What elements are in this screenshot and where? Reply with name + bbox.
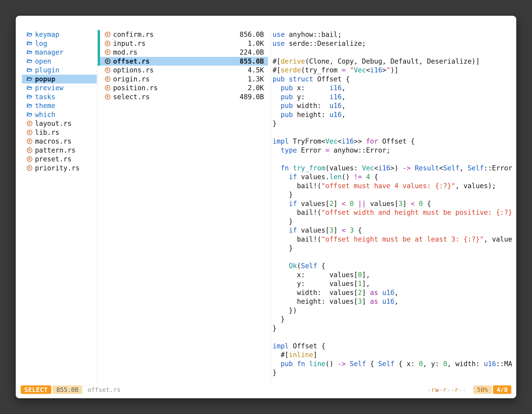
entry-name: origin.rs: [113, 75, 150, 84]
rust-logo-glyph: R: [27, 138, 32, 144]
entry-name: pattern.rs: [35, 146, 76, 155]
code-line: [273, 155, 516, 164]
file-row[interactable]: Roffset.rs855.0B: [100, 57, 268, 66]
entry-name: manager: [35, 48, 63, 57]
current-pane: Rconfirm.rs856.0BRinput.rs1.0KRmod.rs224…: [100, 30, 268, 101]
rust-logo-glyph: R: [105, 32, 110, 37]
scroll-indicator: [98, 30, 100, 66]
rust-file-icon: R: [104, 85, 111, 91]
dir-row[interactable]: manager: [22, 48, 97, 57]
file-row[interactable]: Rselect.rs489.0B: [100, 92, 268, 101]
code-line: pub width: u16,: [273, 101, 516, 110]
permissions: -rw-r--r--: [427, 386, 466, 393]
entry-name: mod.rs: [113, 48, 137, 57]
file-row[interactable]: Rpriority.rs: [22, 164, 97, 173]
file-row[interactable]: Rpattern.rs: [22, 146, 97, 155]
folder-open-icon: [26, 41, 32, 46]
dir-row[interactable]: theme: [22, 101, 97, 110]
folder-open-icon: [26, 68, 32, 73]
code-line: bail!("offset width and height must be p…: [273, 208, 516, 217]
file-row[interactable]: Rmacros.rs: [22, 137, 97, 146]
dir-row[interactable]: open: [22, 57, 97, 66]
rust-logo-glyph: R: [27, 156, 32, 162]
code-line: }: [273, 368, 516, 377]
entry-size: 224.0B: [240, 48, 264, 57]
code-line: x: values[0],: [273, 270, 516, 279]
code-line: [273, 48, 516, 57]
code-line: use anyhow::bail;: [273, 30, 516, 39]
entry-name: select.rs: [113, 92, 150, 101]
parent-pane: keymaplogmanageropenpluginpopuppreviewta…: [22, 30, 97, 173]
file-row[interactable]: Rinput.rs1.0K: [100, 39, 268, 48]
entry-name: offset.rs: [113, 57, 150, 66]
entry-name: priority.rs: [35, 164, 80, 173]
dir-row[interactable]: popup: [22, 75, 97, 84]
code-line: y: values[1],: [273, 279, 516, 288]
dir-row[interactable]: plugin: [22, 66, 97, 75]
folder-open-icon: [26, 77, 32, 81]
pane-separator-right: [270, 30, 271, 382]
file-row[interactable]: Rconfirm.rs856.0B: [100, 30, 268, 39]
code-line: pub struct Offset {: [273, 75, 516, 84]
code-line: #[derive(Clone, Copy, Debug, Default, De…: [273, 57, 516, 66]
entry-name: plugin: [35, 66, 59, 75]
dir-row[interactable]: preview: [22, 83, 97, 92]
dir-row[interactable]: log: [22, 39, 97, 48]
entry-name: layout.rs: [35, 119, 72, 128]
entry-size: 856.0B: [240, 30, 264, 39]
code-line: pub x: i16,: [273, 83, 516, 92]
entry-name: keymap: [35, 30, 59, 39]
entry-name: lib.rs: [35, 128, 59, 137]
entry-size: 855.0B: [240, 57, 264, 66]
entry-name: log: [35, 39, 47, 48]
code-line: if values.len() != 4 {: [273, 173, 516, 182]
dir-row[interactable]: keymap: [22, 30, 97, 39]
entry-size: 1.0K: [248, 39, 264, 48]
entry-name: popup: [35, 75, 55, 84]
code-line: if values[3] < 3 {: [273, 226, 516, 235]
code-line: }): [273, 306, 516, 315]
status-left: SELECT 855.0B offset.rs: [21, 385, 121, 394]
code-line: height: values[3] as u16,: [273, 297, 516, 306]
status-bar: SELECT 855.0B offset.rs -rw-r--r-- 50% 4…: [21, 385, 511, 394]
rust-file-icon: R: [104, 58, 111, 64]
code-line: fn try_from(values: Vec<i16>) -> Result<…: [273, 164, 516, 173]
rust-logo-glyph: R: [105, 49, 110, 55]
rust-logo-glyph: R: [105, 58, 110, 64]
dir-row[interactable]: tasks: [22, 92, 97, 101]
file-row[interactable]: Rorigin.rs1.3K: [100, 75, 268, 84]
file-row[interactable]: Rlib.rs: [22, 128, 97, 137]
file-row[interactable]: Roptions.rs4.5K: [100, 66, 268, 75]
entry-name: input.rs: [113, 39, 146, 48]
status-right: -rw-r--r-- 50% 4/8: [427, 385, 511, 394]
code-line: [273, 253, 516, 262]
rust-logo-glyph: R: [27, 147, 32, 153]
entry-name: preset.rs: [35, 155, 72, 164]
rust-logo-glyph: R: [105, 85, 110, 91]
scroll-percent-badge: 50%: [473, 385, 492, 394]
dir-row[interactable]: which: [22, 110, 97, 119]
code-line: pub height: u16,: [273, 110, 516, 119]
rust-file-icon: R: [26, 165, 32, 171]
folder-open-icon: [26, 112, 32, 117]
code-line: }: [273, 324, 516, 333]
rust-logo-glyph: R: [105, 67, 110, 73]
rust-file-icon: R: [26, 138, 32, 144]
code-line: impl TryFrom<Vec<i16>> for Offset {: [273, 137, 516, 146]
file-row[interactable]: Rpreset.rs: [22, 155, 97, 164]
code-line: [273, 333, 516, 342]
rust-file-icon: R: [104, 41, 111, 46]
folder-open-icon: [26, 32, 32, 37]
rust-file-icon: R: [26, 121, 32, 126]
code-line: }: [273, 315, 516, 324]
entry-name: open: [35, 57, 51, 66]
file-row[interactable]: Rposition.rs2.0K: [100, 83, 268, 92]
file-row[interactable]: Rmod.rs224.0B: [100, 48, 268, 57]
rust-logo-glyph: R: [27, 165, 32, 171]
code-line: bail!("offset height must be at least 3:…: [273, 235, 516, 244]
code-line: pub y: i16,: [273, 92, 516, 101]
code-line: #[serde(try_from = "Vec<i16>")]: [273, 66, 516, 75]
code-line: }: [273, 119, 516, 128]
file-size-badge: 855.0B: [53, 385, 82, 394]
file-row[interactable]: Rlayout.rs: [22, 119, 97, 128]
